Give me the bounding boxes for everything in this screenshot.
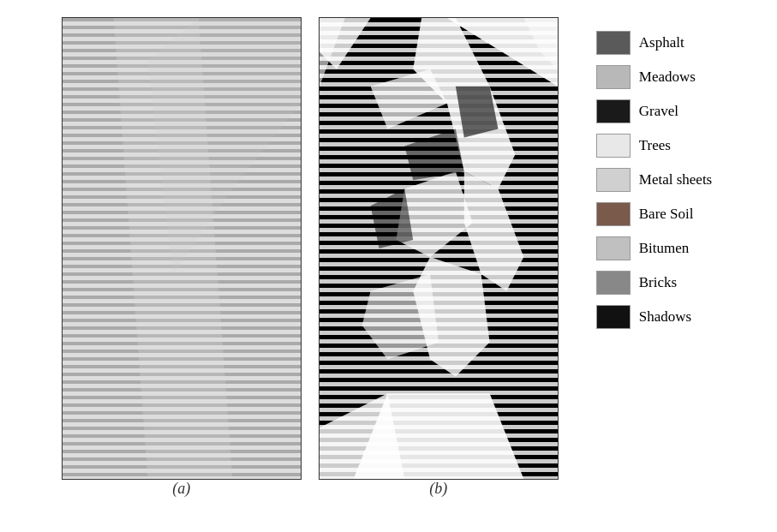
- legend-swatch: [596, 202, 631, 226]
- panel-b-overlay: [320, 18, 558, 479]
- panel-a-overlay: [63, 18, 301, 479]
- legend-item: Asphalt: [593, 26, 715, 60]
- panel-b-label: (b): [429, 480, 447, 498]
- legend-item: Metal sheets: [593, 163, 715, 197]
- legend-label: Metal sheets: [639, 171, 712, 188]
- panel-b-image: [319, 17, 559, 480]
- legend-label: Shadows: [639, 308, 691, 326]
- panel-a-image: [62, 17, 302, 480]
- legend-label: Trees: [639, 137, 671, 154]
- legend-swatch: [596, 305, 631, 329]
- panel-a-label: (a): [172, 480, 190, 498]
- legend-item: Bitumen: [593, 231, 715, 266]
- svg-marker-1: [147, 18, 301, 274]
- legend-swatch: [596, 31, 631, 55]
- legend-swatch: [596, 236, 631, 260]
- images-row: (a): [62, 17, 715, 498]
- legend-item: Trees: [593, 129, 715, 163]
- legend-label: Gravel: [639, 103, 678, 120]
- legend-item: Bare Soil: [593, 197, 715, 231]
- legend-swatch: [596, 271, 631, 295]
- legend-item: Gravel: [593, 94, 715, 129]
- legend-label: Bitumen: [639, 240, 690, 257]
- legend-label: Bricks: [639, 274, 677, 291]
- panel-b-wrapper: (b): [319, 17, 559, 498]
- legend-item: Meadows: [593, 60, 715, 94]
- legend-item: Bricks: [593, 266, 715, 300]
- legend-swatch: [596, 99, 631, 123]
- legend: AsphaltMeadowsGravelTreesMetal sheetsBar…: [593, 26, 715, 334]
- main-container: (a): [0, 0, 777, 532]
- legend-swatch: [596, 65, 631, 89]
- legend-item: Shadows: [593, 300, 715, 334]
- legend-label: Meadows: [639, 69, 696, 86]
- legend-swatch: [596, 168, 631, 192]
- svg-marker-15: [404, 129, 464, 181]
- legend-label: Asphalt: [639, 34, 684, 51]
- legend-swatch: [596, 134, 631, 158]
- legend-label: Bare Soil: [639, 206, 694, 223]
- panel-a-wrapper: (a): [62, 17, 302, 498]
